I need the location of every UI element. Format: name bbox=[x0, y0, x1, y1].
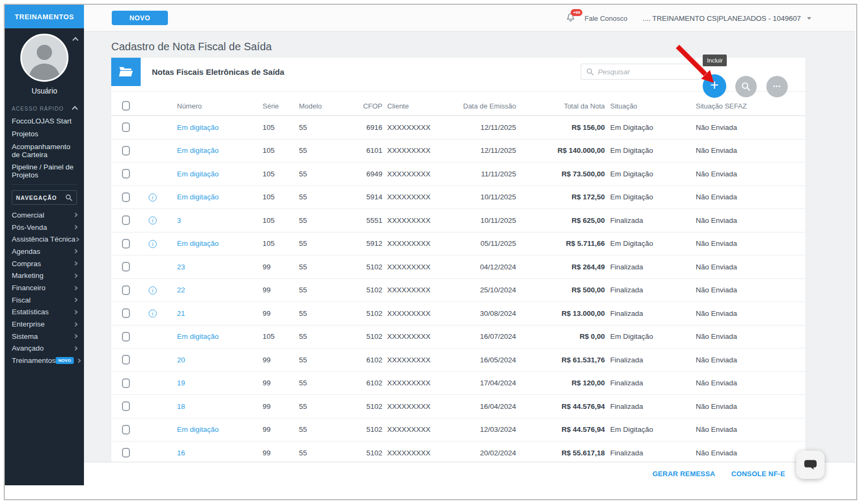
row-checkbox[interactable] bbox=[122, 285, 130, 295]
row-checkbox[interactable] bbox=[122, 401, 130, 411]
novo-button[interactable]: NOVO bbox=[112, 11, 168, 25]
info-icon[interactable]: i bbox=[149, 216, 157, 224]
select-all-checkbox[interactable] bbox=[122, 101, 130, 111]
row-checkbox[interactable] bbox=[122, 425, 130, 435]
invoice-number-link[interactable]: Em digitação bbox=[177, 186, 219, 209]
avatar[interactable] bbox=[20, 34, 68, 82]
sidebar-item-enterprise[interactable]: Enterprise bbox=[5, 318, 84, 330]
console-nfe-button[interactable]: CONSOLE NF-E bbox=[731, 470, 785, 478]
row-checkbox[interactable] bbox=[122, 215, 130, 225]
collapse-profile-button[interactable] bbox=[73, 35, 78, 44]
quick-access-item-projetos[interactable]: Projetos bbox=[12, 130, 77, 138]
invoice-number-link[interactable]: Em digitação bbox=[177, 418, 219, 441]
table-row: Em digitação105556949XXXXXXXXX11/11/2025… bbox=[111, 162, 805, 186]
caret-down-icon[interactable] bbox=[807, 17, 811, 20]
cfop-cell: 5551 bbox=[347, 209, 382, 232]
sidebar-item-assistencia-tecnica[interactable]: Assistência Técnica bbox=[5, 233, 84, 245]
advanced-search-button[interactable] bbox=[735, 76, 757, 97]
info-icon[interactable]: i bbox=[149, 240, 157, 248]
sidebar-divider bbox=[12, 184, 77, 185]
row-checkbox[interactable] bbox=[122, 262, 130, 272]
invoice-number-link[interactable]: 19 bbox=[177, 372, 185, 395]
row-checkbox[interactable] bbox=[122, 448, 130, 458]
sidebar-item-sistema[interactable]: Sistema bbox=[5, 330, 84, 343]
add-invoice-button[interactable]: + bbox=[703, 74, 726, 98]
modelo-cell: 55 bbox=[299, 441, 307, 462]
modelo-cell: 55 bbox=[299, 418, 307, 441]
person-silhouette-icon bbox=[22, 35, 67, 80]
sefaz-cell: Não Enviada bbox=[696, 395, 737, 418]
situacao-cell: Finalizada bbox=[610, 209, 643, 232]
gerar-remessa-button[interactable]: GERAR REMESSA bbox=[652, 470, 715, 478]
situacao-cell: Finalizada bbox=[610, 279, 643, 302]
quick-access-item-pipeline-painel-de-projetos[interactable]: Pipeline / Painel de Projetos bbox=[12, 164, 77, 180]
invoice-number-link[interactable]: Em digitação bbox=[177, 116, 219, 139]
invoice-number-link[interactable]: 16 bbox=[177, 441, 185, 462]
table-search-input[interactable] bbox=[598, 68, 696, 76]
serie-cell: 105 bbox=[263, 186, 275, 209]
sidebar-item-treinamentos[interactable]: TreinamentosNovo bbox=[5, 354, 84, 367]
cfop-cell: 6949 bbox=[347, 162, 382, 185]
sidebar-item-compras[interactable]: Compras bbox=[5, 258, 84, 270]
invoice-number-link[interactable]: 21 bbox=[177, 302, 185, 325]
fale-conosco-link[interactable]: Fale Conosco bbox=[585, 14, 627, 22]
table-row: Em digitação105555102XXXXXXXXX16/07/2024… bbox=[111, 325, 805, 349]
sidebar-item-estatisticas[interactable]: Estatísticas bbox=[5, 306, 84, 319]
sidebar-item-comercial[interactable]: Comercial bbox=[5, 209, 84, 221]
row-checkbox[interactable] bbox=[122, 192, 130, 202]
chat-launcher-button[interactable] bbox=[796, 451, 825, 479]
invoice-number-link[interactable]: Em digitação bbox=[177, 325, 219, 348]
sidebar-item-pos-venda[interactable]: Pós-Venda bbox=[5, 221, 84, 234]
column-header-sefaz: Situação SEFAZ bbox=[696, 97, 747, 115]
table-row: iEm digitação105555912XXXXXXXXX05/11/202… bbox=[111, 232, 805, 256]
sidebar-item-financeiro[interactable]: Financeiro bbox=[5, 282, 84, 294]
chevron-right-icon bbox=[73, 261, 78, 266]
invoice-number-link[interactable]: 20 bbox=[177, 348, 185, 371]
chevron-right-icon bbox=[73, 213, 78, 217]
emissao-cell: 12/11/2025 bbox=[443, 116, 516, 139]
sidebar-item-fiscal[interactable]: Fiscal bbox=[5, 294, 84, 306]
collapse-quick-access-button[interactable] bbox=[73, 104, 77, 113]
info-icon[interactable]: i bbox=[149, 286, 157, 294]
row-checkbox[interactable] bbox=[122, 332, 130, 342]
invoice-number-link[interactable]: Em digitação bbox=[177, 139, 219, 162]
sidebar-item-avancado[interactable]: Avançado bbox=[5, 343, 84, 355]
sidebar-item-agendas[interactable]: Agendas bbox=[5, 245, 84, 258]
info-icon[interactable]: i bbox=[149, 193, 157, 201]
row-checkbox[interactable] bbox=[122, 146, 130, 156]
row-checkbox[interactable] bbox=[122, 308, 130, 318]
invoice-number-link[interactable]: Em digitação bbox=[177, 232, 219, 255]
brand-header: TREINAMENTOS bbox=[5, 5, 84, 28]
invoice-number-link[interactable]: 22 bbox=[177, 279, 185, 302]
invoice-number-link[interactable]: Em digitação bbox=[177, 162, 219, 185]
more-actions-button[interactable]: ••• bbox=[766, 76, 788, 97]
row-checkbox[interactable] bbox=[122, 378, 130, 388]
company-selector[interactable]: .... TREINAMENTO CS|PLANEJADOS - 1049607 bbox=[642, 14, 801, 22]
notifications-button[interactable]: +99 bbox=[565, 12, 577, 25]
folder-tile bbox=[111, 58, 141, 86]
quick-access-item-acompanhamento-de-carteira[interactable]: Acompanhamento de Carteira bbox=[12, 143, 77, 159]
invoice-number-link[interactable]: 18 bbox=[177, 395, 185, 418]
chevron-right-icon bbox=[73, 225, 78, 229]
sefaz-cell: Não Enviada bbox=[696, 116, 737, 139]
serie-cell: 105 bbox=[263, 209, 275, 232]
modelo-cell: 55 bbox=[299, 279, 307, 302]
invoice-number-link[interactable]: 23 bbox=[177, 255, 185, 278]
info-icon[interactable]: i bbox=[149, 309, 157, 317]
emissao-cell: 16/05/2024 bbox=[443, 348, 516, 371]
row-checkbox[interactable] bbox=[122, 355, 130, 365]
row-checkbox[interactable] bbox=[122, 122, 130, 132]
row-checkbox[interactable] bbox=[122, 169, 130, 179]
nav-search-input[interactable] bbox=[16, 195, 65, 201]
sidebar-item-label: Treinamentos bbox=[12, 356, 56, 365]
situacao-cell: Finalizada bbox=[610, 441, 643, 462]
row-checkbox[interactable] bbox=[122, 239, 130, 249]
situacao-cell: Finalizada bbox=[610, 348, 643, 371]
sidebar-item-marketing[interactable]: Marketing bbox=[5, 270, 84, 282]
quick-access-item-foccolojas-start[interactable]: FoccoLOJAS Start bbox=[12, 118, 77, 126]
situacao-cell: Finalizada bbox=[610, 255, 643, 278]
modelo-cell: 55 bbox=[299, 232, 307, 255]
invoice-number-link[interactable]: 3 bbox=[177, 209, 181, 232]
table-row: i2299555102XXXXXXXXX25/10/2024R$ 500,00F… bbox=[111, 279, 805, 303]
total-cell: R$ 120,00 bbox=[534, 372, 605, 395]
